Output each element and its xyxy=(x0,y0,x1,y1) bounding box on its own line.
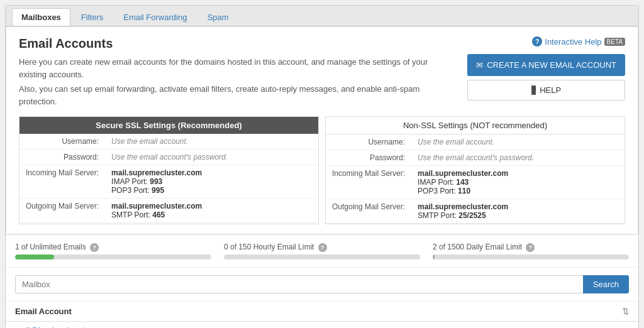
limits-section: 1 of Unlimited Emails ? 0 of 150 Hourly … xyxy=(6,234,638,267)
hourly-progress-bg xyxy=(224,254,420,260)
email-account-cell: mail@landonelscott.com xyxy=(6,322,638,329)
tabs-bar: Mailboxes Filters Email Forwarding Spam xyxy=(6,6,638,26)
search-section: Search xyxy=(6,267,638,301)
table-row: mail@landonelscott.com xyxy=(6,322,638,329)
table-header-row: Email Account ⇅ xyxy=(6,302,638,322)
help-btn-icon: ? xyxy=(531,85,536,95)
non-ssl-username-label: Username: xyxy=(326,134,411,150)
tab-spam[interactable]: Spam xyxy=(197,8,238,26)
accounts-table-section: Email Account ⇅ mail@landonelscott.com xyxy=(6,301,638,328)
ssl-password-row: Password: Use the email account's passwo… xyxy=(19,150,318,165)
non-ssl-username-row: Username: Use the email account. xyxy=(326,134,625,150)
non-ssl-incoming-row: Incoming Mail Server: mail.supremecluste… xyxy=(326,166,625,199)
unlimited-progress-fill xyxy=(15,254,54,260)
beta-badge: BETA xyxy=(604,38,625,46)
ssl-outgoing-label: Outgoing Mail Server: xyxy=(19,199,105,223)
help-button-label: HELP xyxy=(540,85,561,95)
right-panel: ? Interactive Help BETA ✉ CREATE A NEW E… xyxy=(467,36,625,110)
tab-filters[interactable]: Filters xyxy=(72,8,113,26)
non-ssl-incoming-label: Incoming Mail Server: xyxy=(326,166,411,199)
search-button[interactable]: Search xyxy=(583,275,629,293)
search-input[interactable] xyxy=(15,275,583,293)
ssl-outgoing-value: mail.supremecluster.com SMTP Port: 465 xyxy=(105,199,318,223)
ssl-password-label: Password: xyxy=(19,150,105,165)
create-email-button[interactable]: ✉ CREATE A NEW EMAIL ACCOUNT xyxy=(467,54,625,76)
interactive-help-link[interactable]: ? Interactive Help BETA xyxy=(532,36,625,46)
unlimited-emails-help-icon[interactable]: ? xyxy=(90,243,99,252)
non-ssl-username-value: Use the email account. xyxy=(411,134,625,150)
accounts-table: Email Account ⇅ mail@landonelscott.com xyxy=(6,302,638,328)
description-line2: Also, you can set up email forwarding, a… xyxy=(19,83,455,107)
tab-mailboxes[interactable]: Mailboxes xyxy=(12,8,70,26)
envelope-icon: ✉ xyxy=(476,60,483,70)
non-ssl-box: Non-SSL Settings (NOT recommended) Usern… xyxy=(325,116,625,224)
main-content: Email Accounts Here you can create new e… xyxy=(6,26,638,234)
sort-icon[interactable]: ⇅ xyxy=(622,307,629,316)
hourly-emails-label: 0 of 150 Hourly Email Limit xyxy=(224,243,314,251)
non-ssl-password-label: Password: xyxy=(326,150,411,166)
daily-emails-limit: 2 of 1500 Daily Email Limit ? xyxy=(433,243,629,260)
daily-emails-help-icon[interactable]: ? xyxy=(526,243,535,252)
non-ssl-header: Non-SSL Settings (NOT recommended) xyxy=(326,117,625,134)
ssl-incoming-row: Incoming Mail Server: mail.supremecluste… xyxy=(19,165,318,199)
non-ssl-password-value: Use the email account's password. xyxy=(411,150,625,166)
hourly-emails-limit: 0 of 150 Hourly Email Limit ? xyxy=(224,243,420,260)
secure-ssl-box: Secure SSL Settings (Recommended) Userna… xyxy=(19,116,319,224)
description-line1: Here you can create new email accounts f… xyxy=(19,56,455,80)
daily-progress-bg xyxy=(433,254,629,260)
ssl-outgoing-row: Outgoing Mail Server: mail.supremecluste… xyxy=(19,199,318,223)
help-circle-icon: ? xyxy=(532,36,542,46)
unlimited-progress-bg xyxy=(15,254,211,260)
secure-ssl-header: Secure SSL Settings (Recommended) xyxy=(19,117,318,134)
ssl-incoming-value: mail.supremecluster.com IMAP Port: 993 P… xyxy=(105,165,318,199)
daily-emails-label: 2 of 1500 Daily Email Limit xyxy=(433,243,522,251)
unlimited-emails-label: 1 of Unlimited Emails xyxy=(15,243,86,251)
ssl-password-value: Use the email account's password. xyxy=(105,150,318,165)
ssl-username-row: Username: Use the email account. xyxy=(19,134,318,150)
tab-email-forwarding[interactable]: Email Forwarding xyxy=(114,8,196,26)
create-button-label: CREATE A NEW EMAIL ACCOUNT xyxy=(487,60,616,70)
ssl-settings-section: Secure SSL Settings (Recommended) Userna… xyxy=(19,116,625,224)
daily-progress-fill xyxy=(433,254,435,260)
ssl-username-value: Use the email account. xyxy=(105,134,318,150)
ssl-incoming-label: Incoming Mail Server: xyxy=(19,165,105,199)
unlimited-emails-limit: 1 of Unlimited Emails ? xyxy=(15,243,211,260)
search-row: Search xyxy=(15,275,629,293)
non-ssl-outgoing-row: Outgoing Mail Server: mail.supremecluste… xyxy=(326,199,625,224)
hourly-emails-help-icon[interactable]: ? xyxy=(318,243,327,252)
help-button[interactable]: ? HELP xyxy=(467,80,625,101)
page-title: Email Accounts xyxy=(19,36,113,51)
non-ssl-password-row: Password: Use the email account's passwo… xyxy=(326,150,625,166)
email-account-column-header: Email Account ⇅ xyxy=(6,302,638,322)
non-ssl-incoming-value: mail.supremecluster.com IMAP Port: 143 P… xyxy=(411,166,625,199)
ssl-username-label: Username: xyxy=(19,134,105,150)
interactive-help-label: Interactive Help xyxy=(545,37,601,46)
non-ssl-outgoing-label: Outgoing Mail Server: xyxy=(326,199,411,224)
non-ssl-outgoing-value: mail.supremecluster.com SMTP Port: 25/25… xyxy=(411,199,625,224)
